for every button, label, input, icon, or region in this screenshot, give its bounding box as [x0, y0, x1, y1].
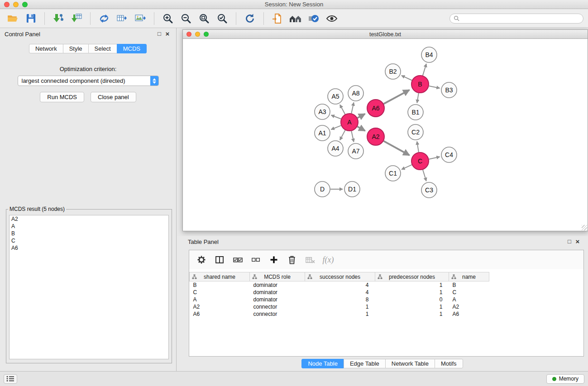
node-D[interactable]: D: [315, 181, 330, 197]
select-all-button[interactable]: [231, 253, 244, 267]
close-panel-button[interactable]: ×: [163, 30, 172, 38]
network-canvas[interactable]: B4B2BB3A5A8A6A3B1AC2A1A2A4A7C4CC1C3DD1: [183, 39, 588, 231]
task-history-button[interactable]: [4, 374, 17, 384]
edge-A-A1[interactable]: [331, 125, 341, 129]
mcds-result-list[interactable]: A2ABCA6: [9, 215, 169, 359]
table-row-B[interactable]: Bdominator41B: [190, 281, 489, 289]
result-item-a6[interactable]: A6: [10, 244, 168, 252]
criterion-dropdown[interactable]: largest connected component (directed): [18, 76, 159, 86]
network-minimize-button[interactable]: [195, 32, 200, 37]
column-header-name[interactable]: name: [449, 272, 489, 281]
edge-A6-B[interactable]: [384, 90, 410, 104]
export-network-button[interactable]: [96, 11, 112, 26]
zoom-fit-button[interactable]: [196, 11, 212, 26]
node-A1[interactable]: A1: [315, 125, 330, 141]
refresh-button[interactable]: [242, 11, 258, 26]
node-C1[interactable]: C1: [385, 166, 401, 181]
minimize-window-button[interactable]: [13, 2, 19, 7]
import-table-button[interactable]: [68, 11, 85, 26]
edge-B-B1[interactable]: [417, 93, 419, 103]
tab-network[interactable]: Network: [29, 44, 63, 53]
edge-C-C2[interactable]: [417, 142, 419, 152]
search-input[interactable]: [462, 15, 579, 22]
edge-A-A6[interactable]: [358, 114, 365, 118]
export-image-button[interactable]: [132, 11, 148, 26]
node-A8[interactable]: A8: [348, 86, 363, 101]
edge-A-A4[interactable]: [340, 130, 345, 140]
table-tab-network-table[interactable]: Network Table: [385, 359, 435, 368]
document-export-button[interactable]: [269, 11, 286, 26]
node-B1[interactable]: B1: [408, 105, 423, 120]
node-A7[interactable]: A7: [348, 143, 363, 159]
close-window-button[interactable]: [4, 2, 10, 7]
close-panel-button-2[interactable]: Close panel: [91, 92, 136, 102]
edge-A-A2[interactable]: [358, 127, 365, 131]
result-item-a[interactable]: A: [10, 223, 168, 230]
apply-style-button[interactable]: [306, 11, 322, 26]
home-view-button[interactable]: [287, 11, 304, 26]
edge-C-C1[interactable]: [402, 165, 412, 169]
delete-table-button[interactable]: [303, 253, 317, 267]
memory-button[interactable]: Memory: [546, 374, 584, 384]
edge-B-B2[interactable]: [402, 76, 412, 81]
zoom-selected-button[interactable]: [214, 11, 230, 26]
node-C2[interactable]: C2: [408, 124, 423, 140]
edge-A2-C[interactable]: [384, 141, 410, 155]
table-tab-motifs[interactable]: Motifs: [435, 359, 463, 368]
node-A5[interactable]: A5: [328, 89, 343, 104]
table-row-A6[interactable]: A6connector11A6: [190, 310, 489, 318]
result-item-b[interactable]: B: [10, 230, 168, 237]
table-row-A2[interactable]: A2connector11A2: [190, 303, 489, 310]
run-mcds-button[interactable]: Run MCDS: [40, 92, 84, 102]
table-tab-edge-table[interactable]: Edge Table: [344, 359, 386, 368]
edge-A-A7[interactable]: [351, 131, 354, 142]
table-tab-node-table[interactable]: Node Table: [301, 359, 344, 368]
delete-column-button[interactable]: [285, 253, 299, 267]
column-visibility-button[interactable]: [213, 253, 226, 267]
node-C3[interactable]: C3: [421, 182, 437, 198]
table-close-panel-button[interactable]: ×: [574, 238, 582, 245]
column-header-successor-nodes[interactable]: successor nodes: [305, 272, 375, 281]
open-session-button[interactable]: [5, 11, 21, 26]
tab-select[interactable]: Select: [88, 44, 117, 53]
node-C[interactable]: C: [411, 152, 429, 170]
edge-A-A5[interactable]: [340, 105, 345, 114]
function-builder-button[interactable]: f(x): [321, 253, 335, 267]
deselect-all-button[interactable]: [249, 253, 263, 267]
table-settings-button[interactable]: [195, 253, 208, 267]
edge-A-A8[interactable]: [351, 103, 354, 114]
tab-style[interactable]: Style: [63, 44, 89, 53]
tab-mcds[interactable]: MCDS: [117, 44, 147, 53]
edge-B-B3[interactable]: [429, 86, 440, 88]
import-network-button[interactable]: [50, 11, 67, 26]
window-resize-handle[interactable]: [582, 225, 587, 230]
edge-A-A3[interactable]: [331, 115, 341, 119]
column-header-predecessor-nodes[interactable]: predecessor nodes: [375, 272, 449, 281]
node-A3[interactable]: A3: [315, 104, 330, 119]
zoom-in-button[interactable]: [160, 11, 176, 26]
zoom-window-button[interactable]: [22, 2, 28, 7]
result-item-a2[interactable]: A2: [10, 215, 168, 223]
column-header-MCDS-role[interactable]: MCDS role: [250, 272, 305, 281]
table-row-A[interactable]: Adominator80A: [190, 296, 489, 303]
column-header-shared-name[interactable]: shared name: [190, 272, 250, 281]
node-D1[interactable]: D1: [344, 181, 360, 197]
node-A6[interactable]: A6: [367, 100, 384, 117]
network-zoom-button[interactable]: [204, 32, 209, 37]
node-B3[interactable]: B3: [441, 82, 457, 98]
node-B[interactable]: B: [411, 76, 429, 93]
zoom-out-button[interactable]: [178, 11, 194, 26]
float-panel-button[interactable]: □: [155, 30, 163, 38]
node-B2[interactable]: B2: [385, 64, 401, 79]
show-details-button[interactable]: [324, 11, 340, 26]
save-session-button[interactable]: [23, 11, 39, 26]
network-close-button[interactable]: [186, 32, 191, 37]
export-table-button[interactable]: [114, 11, 130, 26]
node-B4[interactable]: B4: [421, 47, 437, 62]
table-float-panel-button[interactable]: □: [565, 238, 574, 245]
edge-C-C4[interactable]: [429, 157, 440, 159]
add-column-button[interactable]: [267, 253, 281, 267]
node-A4[interactable]: A4: [328, 141, 343, 156]
result-item-c[interactable]: C: [10, 237, 168, 244]
edge-B-B4[interactable]: [423, 64, 426, 76]
